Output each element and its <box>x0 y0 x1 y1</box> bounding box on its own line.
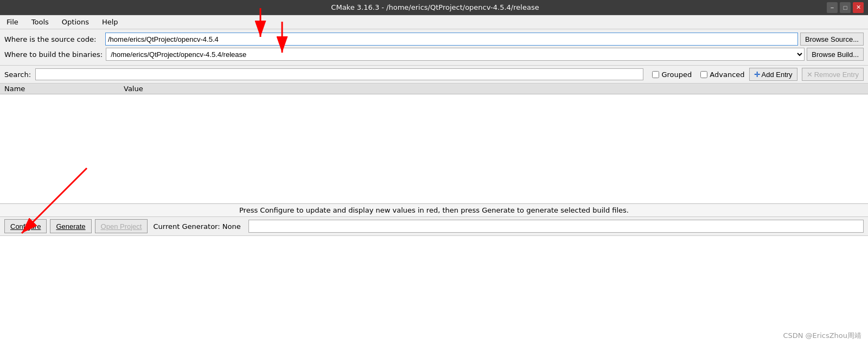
open-project-button[interactable]: Open Project <box>95 219 148 233</box>
remove-entry-label: Remove Entry <box>814 71 859 79</box>
menu-options[interactable]: Options <box>60 17 91 27</box>
output-area <box>0 235 868 345</box>
build-label: Where to build the binaries: <box>4 50 103 59</box>
menu-tools[interactable]: Tools <box>29 17 51 27</box>
browse-source-button[interactable]: Browse Source... <box>800 33 864 46</box>
advanced-checkbox[interactable] <box>700 71 707 78</box>
generator-label: Current Generator: None <box>153 222 240 231</box>
watermark: CSDN @EricsZhou周靖 <box>783 331 861 341</box>
bottom-controls: Configure Generate Open Project Current … <box>0 217 868 235</box>
browse-build-button[interactable]: Browse Build... <box>807 48 864 61</box>
column-name: Name <box>4 85 124 93</box>
menu-bar: File Tools Options Help <box>0 15 868 29</box>
grouped-checkbox-group: Grouped <box>652 71 692 79</box>
search-row: Search: Grouped Advanced ✛ Add Entry ✕ R… <box>0 66 868 84</box>
configure-button[interactable]: Configure <box>4 219 47 233</box>
minimize-button[interactable]: − <box>827 2 838 13</box>
table-header: Name Value <box>0 84 868 94</box>
search-label: Search: <box>4 71 31 79</box>
source-input[interactable] <box>105 33 798 46</box>
title-bar-title: CMake 3.16.3 - /home/erics/QtProject/ope… <box>43 3 827 11</box>
menu-file[interactable]: File <box>4 17 21 27</box>
build-select[interactable]: /home/erics/QtProject/opencv-4.5.4/relea… <box>106 48 805 61</box>
advanced-checkbox-group: Advanced <box>700 71 744 79</box>
maximize-button[interactable]: □ <box>840 2 851 13</box>
title-bar: CMake 3.16.3 - /home/erics/QtProject/ope… <box>0 0 868 15</box>
progress-area <box>248 220 864 233</box>
add-entry-button[interactable]: ✛ Add Entry <box>749 68 797 81</box>
close-button[interactable]: ✕ <box>853 2 864 13</box>
top-form: Where is the source code: Browse Source.… <box>0 29 868 66</box>
generate-button[interactable]: Generate <box>50 219 91 233</box>
grouped-label[interactable]: Grouped <box>661 71 692 79</box>
main-window: Where is the source code: Browse Source.… <box>0 29 868 345</box>
bottom-bar: Press Configure to update and display ne… <box>0 203 868 235</box>
search-input[interactable] <box>35 68 643 80</box>
menu-help[interactable]: Help <box>100 17 120 27</box>
table-body <box>0 94 868 203</box>
add-entry-label: Add Entry <box>762 71 793 79</box>
advanced-label[interactable]: Advanced <box>710 71 744 79</box>
source-label: Where is the source code: <box>4 35 102 43</box>
source-row: Where is the source code: Browse Source.… <box>4 33 864 46</box>
plus-icon: ✛ <box>754 71 760 79</box>
build-row: Where to build the binaries: /home/erics… <box>4 48 864 61</box>
times-icon: ✕ <box>807 71 813 79</box>
window-controls: − □ ✕ <box>827 2 868 13</box>
status-message: Press Configure to update and display ne… <box>0 204 868 217</box>
remove-entry-button[interactable]: ✕ Remove Entry <box>802 68 864 81</box>
column-value: Value <box>124 85 864 93</box>
grouped-checkbox[interactable] <box>652 71 659 78</box>
